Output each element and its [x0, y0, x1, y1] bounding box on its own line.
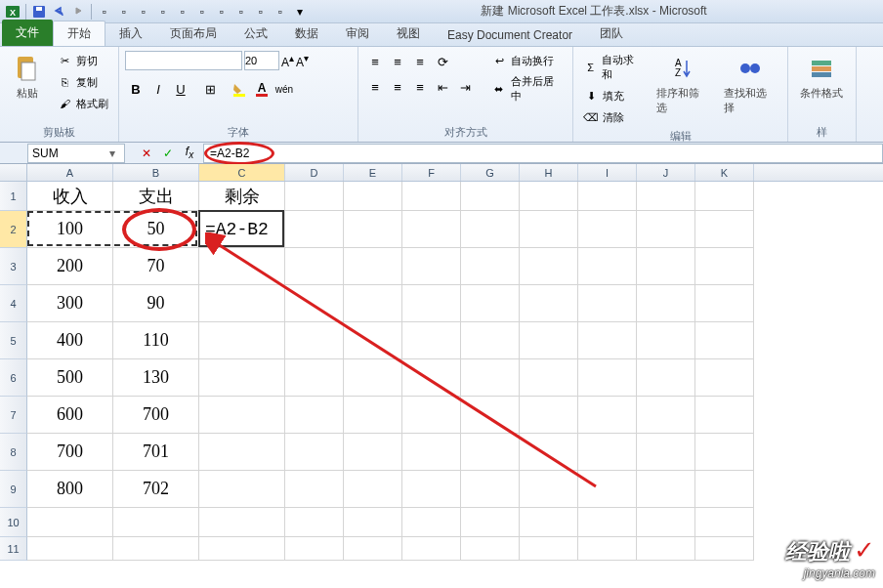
- col-header-I[interactable]: I: [578, 164, 637, 181]
- row-header-5[interactable]: 5: [0, 322, 27, 359]
- fx-icon[interactable]: fx: [180, 145, 199, 162]
- cell[interactable]: 500: [27, 359, 113, 397]
- col-header-G[interactable]: G: [461, 164, 520, 181]
- qat-icon[interactable]: ▫: [252, 3, 270, 21]
- cell[interactable]: [520, 537, 578, 561]
- cell[interactable]: [344, 211, 402, 248]
- cell[interactable]: [27, 537, 113, 561]
- qat-dropdown-icon[interactable]: ▾: [291, 3, 309, 21]
- cell[interactable]: [402, 285, 461, 322]
- cell[interactable]: 70: [113, 248, 199, 285]
- qat-icon[interactable]: ▫: [272, 3, 289, 21]
- cell[interactable]: [637, 248, 695, 285]
- merge-center-button[interactable]: ⬌合并后居中: [487, 72, 567, 105]
- tab-formulas[interactable]: 公式: [231, 21, 281, 46]
- align-right-icon[interactable]: ≡: [409, 76, 431, 98]
- cell[interactable]: [461, 182, 520, 211]
- cell[interactable]: [199, 248, 285, 285]
- cell[interactable]: [637, 322, 695, 359]
- cell[interactable]: [199, 285, 285, 322]
- font-family-input[interactable]: [125, 51, 242, 70]
- col-header-B[interactable]: B: [113, 164, 199, 181]
- tab-file[interactable]: 文件: [2, 20, 53, 46]
- copy-button[interactable]: ⎘复制: [53, 72, 112, 92]
- cut-button[interactable]: ✂剪切: [53, 51, 112, 70]
- cell[interactable]: [637, 182, 695, 211]
- align-middle-icon[interactable]: ≡: [387, 51, 408, 72]
- cell[interactable]: [199, 508, 285, 537]
- increase-indent-icon[interactable]: ⇥: [454, 76, 476, 98]
- cell[interactable]: [199, 397, 285, 434]
- cell[interactable]: [695, 285, 754, 322]
- enter-formula-icon[interactable]: ✓: [158, 145, 178, 162]
- cell[interactable]: 300: [27, 285, 113, 322]
- cell[interactable]: [695, 359, 754, 397]
- cell[interactable]: [637, 537, 695, 561]
- cell[interactable]: [285, 471, 344, 508]
- align-top-icon[interactable]: ≡: [364, 51, 386, 72]
- cell[interactable]: [402, 471, 461, 508]
- undo-icon[interactable]: [50, 3, 67, 21]
- cell[interactable]: [344, 322, 402, 359]
- cell[interactable]: [402, 508, 461, 537]
- cell[interactable]: =A2-B2: [199, 211, 285, 248]
- qat-icon[interactable]: ▫: [193, 3, 211, 21]
- cell[interactable]: [402, 211, 461, 248]
- cell[interactable]: [461, 211, 520, 248]
- clear-button[interactable]: ⌫清除: [579, 107, 647, 127]
- cell[interactable]: [285, 537, 344, 561]
- row-header-3[interactable]: 3: [0, 248, 27, 285]
- qat-icon[interactable]: ▫: [174, 3, 191, 21]
- name-box-dropdown-icon[interactable]: ▾: [105, 147, 120, 160]
- row-header-6[interactable]: 6: [0, 359, 27, 397]
- cell[interactable]: 200: [27, 248, 113, 285]
- formula-input[interactable]: =A2-B2: [203, 144, 883, 163]
- col-header-A[interactable]: A: [27, 164, 113, 181]
- cell[interactable]: [695, 434, 754, 471]
- cell[interactable]: 90: [113, 285, 199, 322]
- cell[interactable]: [695, 471, 754, 508]
- cells-area[interactable]: 收入支出剩余10050=A2-B220070300904001105001306…: [27, 182, 813, 561]
- font-size-input[interactable]: [244, 51, 279, 70]
- cell[interactable]: [520, 182, 578, 211]
- cell[interactable]: [695, 537, 754, 561]
- cancel-formula-icon[interactable]: ✕: [137, 145, 156, 162]
- orientation-icon[interactable]: ⟳: [432, 51, 453, 72]
- cell[interactable]: [402, 537, 461, 561]
- cell[interactable]: [695, 182, 754, 211]
- cell[interactable]: [461, 397, 520, 434]
- cell[interactable]: [520, 434, 578, 471]
- cell[interactable]: 700: [113, 397, 199, 434]
- cell[interactable]: 110: [113, 322, 199, 359]
- cell[interactable]: [520, 397, 578, 434]
- cond-format-button[interactable]: 条件格式: [794, 51, 849, 103]
- cell[interactable]: 100: [27, 211, 113, 248]
- cell[interactable]: [344, 434, 402, 471]
- col-header-D[interactable]: D: [285, 164, 344, 181]
- cell[interactable]: [285, 359, 344, 397]
- cell[interactable]: [578, 537, 637, 561]
- cell[interactable]: [402, 359, 461, 397]
- cell[interactable]: [578, 322, 637, 359]
- cell[interactable]: [461, 248, 520, 285]
- qat-icon[interactable]: ▫: [135, 3, 152, 21]
- cell[interactable]: [344, 248, 402, 285]
- cell[interactable]: [344, 285, 402, 322]
- shrink-font-icon[interactable]: A▾: [296, 53, 309, 69]
- tab-home[interactable]: 开始: [53, 21, 105, 46]
- col-header-K[interactable]: K: [695, 164, 754, 181]
- row-header-8[interactable]: 8: [0, 434, 27, 471]
- cell[interactable]: [199, 322, 285, 359]
- cell[interactable]: [461, 537, 520, 561]
- cell[interactable]: [285, 508, 344, 537]
- cell[interactable]: [461, 285, 520, 322]
- cell[interactable]: [461, 434, 520, 471]
- wrap-text-button[interactable]: ↩自动换行: [487, 51, 567, 70]
- cell[interactable]: [578, 471, 637, 508]
- cell[interactable]: [199, 537, 285, 561]
- cell[interactable]: 701: [113, 434, 199, 471]
- cell[interactable]: [695, 211, 754, 248]
- cell[interactable]: [285, 434, 344, 471]
- cell[interactable]: 600: [27, 397, 113, 434]
- cell[interactable]: [578, 211, 637, 248]
